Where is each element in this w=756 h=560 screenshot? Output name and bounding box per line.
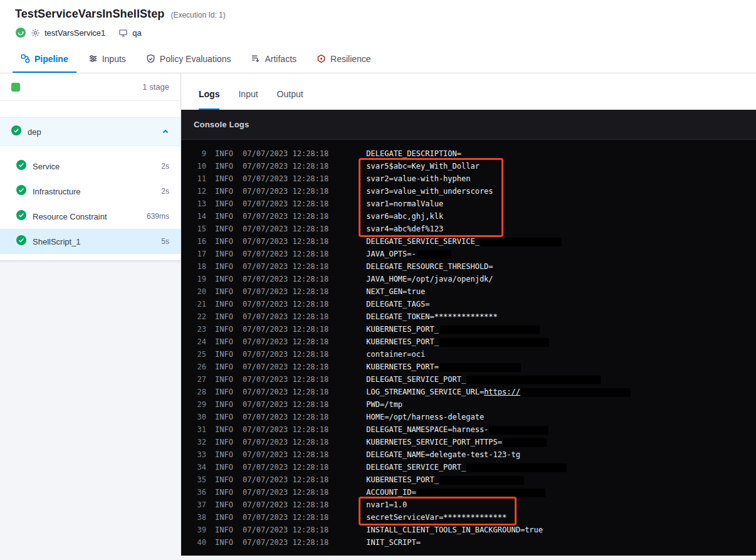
step-duration: 639ms [147,212,169,221]
step-label: Service [33,162,155,171]
log-line: 24INFO07/07/2023 12:28:18KUBERNETES_PORT… [181,335,756,348]
step-row-resource-constraint[interactable]: Resource Constraint639ms [0,204,181,229]
log-line: 32INFO07/07/2023 12:28:18KUBERNETES_SERV… [181,436,756,448]
tab-artifacts[interactable]: Artifacts [243,46,305,73]
log-line: 25INFO07/07/2023 12:28:18container=oci [181,348,756,361]
log-timestamp: 07/07/2023 12:28:18 [243,411,328,423]
log-link[interactable]: https:// [484,388,520,396]
log-message: nvar1=1.0 [366,499,407,511]
inputs-icon [88,54,98,63]
stage-header-dep[interactable]: dep [0,117,181,146]
log-message: DELEGATE_DESCRIPTION= [366,147,461,160]
log-level: INFO [215,260,238,273]
content-area: 1 stage dep Service2sInfrastructure2sRes… [0,73,756,556]
log-line-number: 29 [187,398,206,411]
log-message: DELEGATE_RESOURCE_THRESHOLD= [366,260,493,273]
log-timestamp: 07/07/2023 12:28:18 [243,160,328,172]
log-timestamp: 07/07/2023 12:28:18 [243,373,328,386]
step-duration: 2s [161,162,169,171]
tab-inputs[interactable]: Inputs [80,46,134,73]
service-name[interactable]: testVarsService1 [45,28,105,38]
log-level: INFO [215,335,238,348]
log-level: INFO [215,536,238,549]
log-level: INFO [215,147,238,160]
log-timestamp: 07/07/2023 12:28:18 [243,198,328,210]
console-panel: Console Logs 9INFO07/07/2023 12:28:18DEL… [181,110,756,556]
log-line-number: 13 [187,198,206,210]
log-timestamp: 07/07/2023 12:28:18 [243,172,328,185]
log-message: JAVA_HOME=/opt/java/openjdk/ [366,273,493,285]
log-message: svar1=normalValue [366,198,443,210]
main-tab-bar: PipelineInputsPolicy EvaluationsArtifact… [0,46,756,73]
log-timestamp: 07/07/2023 12:28:18 [243,536,328,549]
log-level: INFO [215,373,238,386]
chevron-up-icon[interactable] [162,128,169,135]
tab-resilience[interactable]: Resilience [308,46,379,73]
log-message: KUBERNETES_SERVICE_PORT_HTTPS= [366,436,547,448]
log-timestamp: 07/07/2023 12:28:18 [243,248,328,260]
log-line-number: 30 [187,411,206,423]
log-message: KUBERNETES_PORT_ [366,335,549,348]
log-message: ACCOUNT_ID= [366,486,545,499]
log-line-number: 10 [187,160,206,172]
log-line: 13INFO07/07/2023 12:28:18svar1=normalVal… [181,198,756,210]
stage-summary-row[interactable]: 1 stage [0,73,181,101]
service-icon [15,27,26,38]
log-line: 39INFO07/07/2023 12:28:18INSTALL_CLIENT_… [181,524,756,536]
sidebar-empty-space [0,261,181,556]
log-level: INFO [215,273,238,285]
environment-name[interactable]: qa [132,28,141,38]
redaction-bar [439,363,521,372]
log-timestamp: 07/07/2023 12:28:18 [243,511,328,524]
log-level: INFO [215,473,238,486]
step-row-shellscript-1[interactable]: ShellScript_15s [0,229,181,254]
step-row-infrastructure[interactable]: Infrastructure2s [0,179,181,204]
redaction-bar [439,325,540,334]
log-message: JAVA_OPTS=- [366,248,451,260]
log-tab-bar: LogsInputOutput [181,73,756,110]
log-level: INFO [215,323,238,335]
log-timestamp: 07/07/2023 12:28:18 [243,147,328,160]
log-timestamp: 07/07/2023 12:28:18 [243,285,328,298]
step-label: Infrastructure [33,187,155,196]
log-timestamp: 07/07/2023 12:28:18 [243,260,328,273]
log-tab-input[interactable]: Input [238,89,258,110]
log-line-number: 37 [187,499,206,511]
step-success-icon [16,210,26,223]
log-line: 15INFO07/07/2023 12:28:18svar4=abc%def%1… [181,223,756,235]
log-message: KUBERNETES_PORT_ [366,473,524,486]
log-level: INFO [215,348,238,361]
step-list: Service2sInfrastructure2sResource Constr… [0,146,181,254]
log-line-number: 40 [187,536,206,549]
log-tab-logs[interactable]: Logs [199,89,219,110]
stage-panel: 1 stage dep Service2sInfrastructure2sRes… [0,73,181,261]
log-timestamp: 07/07/2023 12:28:18 [243,185,328,198]
execution-id: (Execution Id: 1) [171,11,225,19]
log-level: INFO [215,310,238,323]
console-header[interactable]: Console Logs [181,110,756,140]
log-level: INFO [215,398,238,411]
log-line: 20INFO07/07/2023 12:28:18NEXT_GEN=true [181,285,756,298]
log-message: HOME=/opt/harness-delegate [366,411,484,423]
tab-pipeline[interactable]: Pipeline [13,46,76,73]
log-line: 33INFO07/07/2023 12:28:18DELEGATE_NAME=d… [181,448,756,461]
step-row-service[interactable]: Service2s [0,154,181,179]
log-level: INFO [215,461,238,473]
step-duration: 2s [161,187,169,196]
log-timestamp: 07/07/2023 12:28:18 [243,423,328,436]
gear-icon[interactable] [31,28,40,38]
log-level: INFO [215,160,238,172]
step-duration: 5s [161,237,169,246]
log-level: INFO [215,235,238,248]
log-message: INIT_SCRIPT= [366,536,421,549]
artifacts-icon [251,54,260,63]
tab-policy-evaluations[interactable]: Policy Evaluations [138,46,239,73]
log-line-number: 34 [187,461,206,473]
log-timestamp: 07/07/2023 12:28:18 [243,524,328,536]
log-line: 37INFO07/07/2023 12:28:18nvar1=1.0 [181,499,756,511]
policy-evaluations-icon [146,54,155,63]
log-line-number: 12 [187,185,206,198]
log-lines[interactable]: 9INFO07/07/2023 12:28:18DELEGATE_DESCRIP… [181,140,756,556]
log-tab-output[interactable]: Output [277,89,303,110]
log-message: LOG_STREAMING_SERVICE_URL=https:// [366,386,631,398]
